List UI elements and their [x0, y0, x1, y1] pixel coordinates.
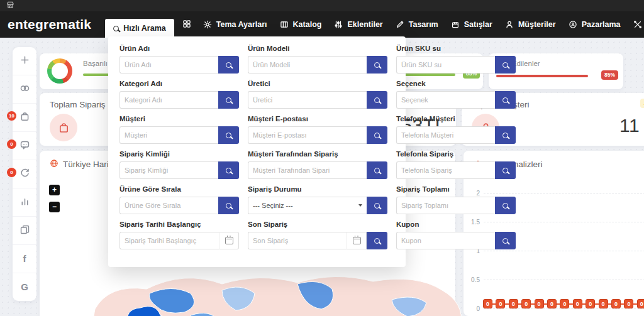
chart-data-point[interactable]: 0 — [547, 299, 557, 308]
nav-item-satışlar[interactable]: Satışlar — [445, 11, 499, 38]
chart-data-point[interactable]: 0 — [573, 299, 582, 308]
search-icon — [113, 26, 119, 31]
nav-item-tasarım[interactable]: Tasarım — [389, 11, 445, 38]
sidebar-item-facebook[interactable]: f — [13, 245, 36, 273]
nav-item-label: Tema Ayarları — [216, 20, 267, 29]
telefonla-m-teri-input[interactable] — [396, 126, 495, 144]
nav-item-müşteriler[interactable]: Müşteriler — [499, 11, 562, 38]
search-button[interactable] — [495, 232, 516, 249]
sipari-durumu-select[interactable]: --- Seçiniz --- — [248, 197, 367, 214]
nav-item-sistem[interactable]: Sistem — [627, 11, 644, 38]
calendar-icon — [225, 237, 233, 244]
nav-item-dashboard-grid[interactable] — [177, 11, 197, 38]
dashboard-page: entegrematik Hızlı Arama Tema AyarlarıKa… — [0, 0, 644, 316]
nav-item-label: Müşteriler — [518, 20, 556, 29]
sidebar-item-bars[interactable] — [13, 188, 36, 217]
chart-data-point[interactable]: 0 — [509, 299, 518, 308]
search-button[interactable] — [367, 161, 387, 179]
app-logo[interactable]: entegrematik — [8, 17, 91, 32]
field-input-group — [248, 91, 387, 109]
chart-data-point[interactable]: 0 — [521, 299, 531, 308]
kategori-ad--input[interactable] — [119, 91, 218, 109]
nav-item-quick-search[interactable]: Hızlı Arama — [105, 19, 174, 38]
m-teri-taraf-ndan-sipari--input[interactable] — [248, 161, 367, 179]
chart-data-point[interactable]: 0 — [624, 299, 633, 308]
sidebar-item-plus[interactable] — [13, 47, 36, 75]
search-button[interactable] — [495, 91, 516, 109]
sidebar-item-bag[interactable]: 10 — [13, 104, 36, 132]
chart-data-point[interactable]: 0 — [611, 299, 621, 308]
search-button[interactable] — [367, 232, 387, 249]
sidebar-item-circles[interactable] — [13, 75, 36, 104]
m-teri-e-postas--input[interactable] — [248, 126, 367, 144]
nav-item-katalog[interactable]: Katalog — [274, 11, 328, 38]
search-button[interactable] — [218, 91, 239, 109]
search-icon — [226, 168, 231, 173]
sidebar-item-sync[interactable]: 0 — [13, 160, 36, 188]
chat-icon — [19, 139, 30, 153]
son-sipari--input[interactable] — [248, 232, 347, 249]
search-icon — [226, 203, 231, 209]
sync-icon — [19, 168, 30, 181]
field-input-group — [119, 56, 239, 74]
search-button[interactable] — [367, 56, 387, 74]
field-se-enek: Seçenek — [396, 78, 516, 109]
telefonla-sipari--input[interactable] — [396, 161, 495, 179]
kupon-input[interactable] — [396, 232, 495, 249]
field-m-teri-e-postas-: Müşteri E-postası — [248, 113, 387, 144]
chart-data-point[interactable]: 0 — [560, 299, 569, 308]
icon-sidebar: 1000fG — [13, 47, 36, 301]
field--retici: Üretici — [248, 78, 387, 109]
sipari-kimli-i-input[interactable] — [119, 161, 218, 179]
field-input-group: --- Seçiniz --- — [248, 197, 387, 214]
store-icon[interactable] — [6, 0, 14, 11]
sidebar-item-google[interactable]: G — [13, 273, 36, 301]
chart-data-point[interactable]: 0 — [586, 299, 595, 308]
sipari-tarihi-ba-lang--input[interactable] — [119, 232, 219, 249]
search-button[interactable] — [495, 197, 516, 214]
-r-n-sku-su-input[interactable] — [396, 56, 495, 74]
chart-data-point[interactable]: 0 — [637, 299, 644, 308]
field-input-group — [248, 56, 387, 74]
search-button[interactable] — [218, 126, 239, 144]
calendar-button[interactable] — [347, 232, 367, 249]
search-button[interactable] — [218, 161, 239, 179]
nav-item-pazarlama[interactable]: Pazarlama — [562, 11, 627, 38]
map-zoom-in-button[interactable]: + — [49, 185, 60, 195]
search-button[interactable] — [218, 197, 239, 214]
search-icon — [502, 238, 508, 244]
field-label: Üretici — [248, 80, 387, 87]
turkey-choropleth-map[interactable] — [90, 265, 467, 316]
-r-n-ad--input[interactable] — [119, 56, 218, 74]
search-button[interactable] — [367, 126, 387, 144]
field--r-n-sku-su: Ürün SKU su — [396, 43, 516, 74]
-retici-input[interactable] — [248, 91, 367, 109]
nav-item-tema-ayarları[interactable]: Tema Ayarları — [197, 11, 274, 38]
search-button[interactable] — [367, 91, 387, 109]
search-button[interactable] — [495, 56, 516, 74]
field-input-group — [396, 197, 516, 214]
sipari-toplam--input[interactable] — [396, 197, 495, 214]
map-zoom-out-button[interactable]: − — [49, 202, 60, 212]
search-button[interactable] — [495, 161, 516, 179]
field-input-group — [119, 161, 239, 179]
chart-data-point[interactable]: 0 — [496, 299, 505, 308]
chart-data-point[interactable]: 0 — [599, 299, 608, 308]
sidebar-item-chat[interactable]: 0 — [13, 132, 36, 160]
field-label: Sipariş Kimliği — [119, 150, 239, 158]
m-teri-input[interactable] — [119, 126, 218, 144]
chart-data-point[interactable]: 0 — [535, 299, 544, 308]
-r-ne-g-re-s-rala-input[interactable] — [119, 197, 218, 214]
chart-data-point[interactable]: 0 — [483, 299, 492, 308]
-r-n-modeli-input[interactable] — [248, 56, 367, 74]
plus-icon — [19, 55, 30, 68]
search-button[interactable] — [495, 126, 516, 144]
se-enek-input[interactable] — [396, 91, 495, 109]
sidebar-item-copy[interactable] — [13, 217, 36, 245]
search-button[interactable] — [367, 197, 387, 214]
field--r-n-modeli: Ürün Modeli — [248, 43, 387, 74]
search-button[interactable] — [218, 56, 239, 74]
nav-item-eklentiler[interactable]: Eklentiler — [328, 11, 389, 38]
globe-icon — [50, 159, 58, 170]
calendar-button[interactable] — [219, 232, 239, 249]
